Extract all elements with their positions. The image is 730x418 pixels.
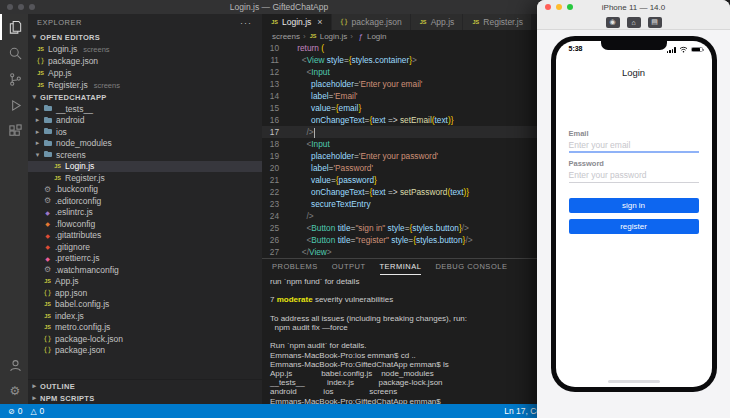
tree-item[interactable]: ◆.eslintrc.js: [28, 207, 262, 219]
terminal[interactable]: run `npm fund` for details 7 moderate se…: [262, 275, 558, 404]
breadcrumb-item[interactable]: screens: [272, 32, 300, 41]
tree-item[interactable]: ▾screens: [28, 149, 262, 161]
code-line[interactable]: 15 value={email}: [262, 102, 558, 114]
vscode-titlebar[interactable]: Login.js — GiftedChatApp: [0, 0, 558, 14]
code-editor[interactable]: 10 return (11 <View style={styles.contai…: [262, 42, 558, 258]
close-icon[interactable]: [545, 4, 551, 10]
warning-count[interactable]: △0: [30, 406, 44, 416]
tree-item[interactable]: JSbabel.config.js: [28, 299, 262, 311]
run-debug-icon[interactable]: [0, 92, 28, 118]
settings-gear-icon[interactable]: ⚙: [0, 378, 28, 404]
editor-tab[interactable]: {}package.json: [332, 14, 411, 30]
code-line[interactable]: 11 <View style={styles.container}>: [262, 54, 558, 66]
zoom-icon[interactable]: [567, 4, 573, 10]
home-indicator[interactable]: [608, 380, 660, 384]
panel-tab-terminal[interactable]: TERMINAL: [380, 259, 422, 275]
tab-label: App.js: [431, 17, 455, 27]
terminal-line: Emmans-MacBook-Pro:ios emman$ cd ..: [270, 351, 558, 360]
sign-in-button[interactable]: sign in: [569, 198, 699, 213]
code-line[interactable]: 24 />: [262, 210, 558, 222]
code-line[interactable]: 10 return (: [262, 42, 558, 54]
source-control-icon[interactable]: [0, 66, 28, 92]
tree-item[interactable]: {}package-lock.json: [28, 333, 262, 345]
file-path-suffix: screens: [94, 81, 120, 90]
extensions-icon[interactable]: [0, 118, 28, 144]
tree-item[interactable]: JSApp.js: [28, 276, 262, 288]
zoom-icon[interactable]: [29, 4, 35, 10]
code-line[interactable]: 19 placeholder='Enter your password': [262, 150, 558, 162]
tree-item[interactable]: ⚙.editorconfig: [28, 195, 262, 207]
line-number: 18: [262, 138, 288, 150]
project-header[interactable]: ▾ GIFTEDCHATAPP: [28, 91, 262, 103]
close-icon[interactable]: [7, 4, 13, 10]
simulator-window-controls[interactable]: [545, 4, 573, 10]
tree-item[interactable]: {}package.json: [28, 345, 262, 357]
open-editor-item[interactable]: JSRegister.jsscreens: [28, 79, 262, 91]
explorer-icon[interactable]: [0, 14, 28, 40]
breadcrumb-item[interactable]: ƒLogin: [356, 32, 387, 41]
tree-item[interactable]: JSmetro.config.js: [28, 322, 262, 334]
js-icon: JS: [471, 18, 480, 27]
email-input[interactable]: Enter your email: [569, 140, 631, 150]
tree-item[interactable]: ▸ios: [28, 126, 262, 138]
simulator-titlebar[interactable]: iPhone 11 — 14.0: [537, 0, 730, 15]
tree-item[interactable]: ▸android: [28, 115, 262, 127]
panel-tab-problems[interactable]: PROBLEMS: [272, 259, 318, 275]
code-line[interactable]: 22 onChangeText={text => setPassword(tex…: [262, 186, 558, 198]
code-line[interactable]: 16 onChangeText={text => setEmail(text)}: [262, 114, 558, 126]
code-line[interactable]: 25 <Button title="sign in" style={styles…: [262, 222, 558, 234]
vscode-window-controls[interactable]: [7, 4, 35, 10]
minimize-icon[interactable]: [18, 4, 24, 10]
account-icon[interactable]: [0, 352, 28, 378]
tree-item[interactable]: ◆.gitattributes: [28, 230, 262, 242]
open-editor-item[interactable]: JSApp.js: [28, 67, 262, 79]
code-line[interactable]: 13 placeholder='Enter your email': [262, 78, 558, 90]
file-label: node_modules: [56, 138, 112, 148]
close-tab-icon[interactable]: ×: [317, 17, 322, 27]
code-text: <Input: [288, 66, 330, 78]
tree-item[interactable]: JSLogin.js: [28, 161, 262, 173]
terminal-line: [270, 305, 558, 314]
code-line[interactable]: 14 label='Email': [262, 90, 558, 102]
file-label: app.json: [55, 288, 87, 298]
code-line[interactable]: 18 <Input: [262, 138, 558, 150]
simulator-tool-button[interactable]: ◉: [606, 17, 620, 28]
password-input[interactable]: Enter your password: [569, 170, 647, 180]
code-line[interactable]: 12 <Input: [262, 66, 558, 78]
npm-scripts-header[interactable]: ▸ NPM SCRIPTS: [28, 392, 262, 404]
code-line[interactable]: 26 <Button title="register" style={style…: [262, 234, 558, 246]
tree-item[interactable]: ◆.prettierrc.js: [28, 253, 262, 265]
code-line[interactable]: 23 secureTextEntry: [262, 198, 558, 210]
code-line[interactable]: 20 label='Password': [262, 162, 558, 174]
open-editors-header[interactable]: ▾ OPEN EDITORS: [28, 31, 262, 43]
open-editor-item[interactable]: JSLogin.jsscreens: [28, 43, 262, 55]
breadcrumb-item[interactable]: JSLogin.js: [309, 32, 348, 41]
tree-item[interactable]: JSindex.js: [28, 310, 262, 322]
tree-item[interactable]: ⚙.watchmanconfig: [28, 264, 262, 276]
code-line[interactable]: 27 </View>: [262, 246, 558, 258]
tree-item[interactable]: ◆.gitignore: [28, 241, 262, 253]
tree-item[interactable]: ◆.flowconfig: [28, 218, 262, 230]
minimize-icon[interactable]: [556, 4, 562, 10]
code-line[interactable]: 17 />: [262, 126, 558, 138]
search-icon[interactable]: [0, 40, 28, 66]
editor-tab[interactable]: JSApp.js: [411, 14, 464, 30]
tree-item[interactable]: ▸__tests__: [28, 103, 262, 115]
open-editor-item[interactable]: {}package.json: [28, 55, 262, 67]
sidebar-more-actions-icon[interactable]: ···: [240, 18, 252, 28]
tree-item[interactable]: {}app.json: [28, 287, 262, 299]
simulator-tool-button[interactable]: ⌂: [627, 17, 641, 28]
editor-tab[interactable]: JSLogin.js×: [262, 14, 332, 30]
simulator-tool-button[interactable]: ▤: [648, 17, 662, 28]
panel-tab-output[interactable]: OUTPUT: [332, 259, 366, 275]
error-count[interactable]: ⊘0: [8, 406, 22, 416]
panel-tab-debug-console[interactable]: DEBUG CONSOLE: [435, 259, 507, 275]
tree-item[interactable]: ▸node_modules: [28, 138, 262, 150]
tree-item[interactable]: ⚙.buckconfig: [28, 184, 262, 196]
code-line[interactable]: 21 value={password}: [262, 174, 558, 186]
tree-item[interactable]: JSRegister.js: [28, 172, 262, 184]
sidebar-footer: ▸ OUTLINE ▸ NPM SCRIPTS: [28, 379, 262, 404]
editor-tab[interactable]: JSRegister.js: [463, 14, 532, 30]
register-button[interactable]: register: [569, 219, 699, 234]
outline-header[interactable]: ▸ OUTLINE: [28, 380, 262, 392]
